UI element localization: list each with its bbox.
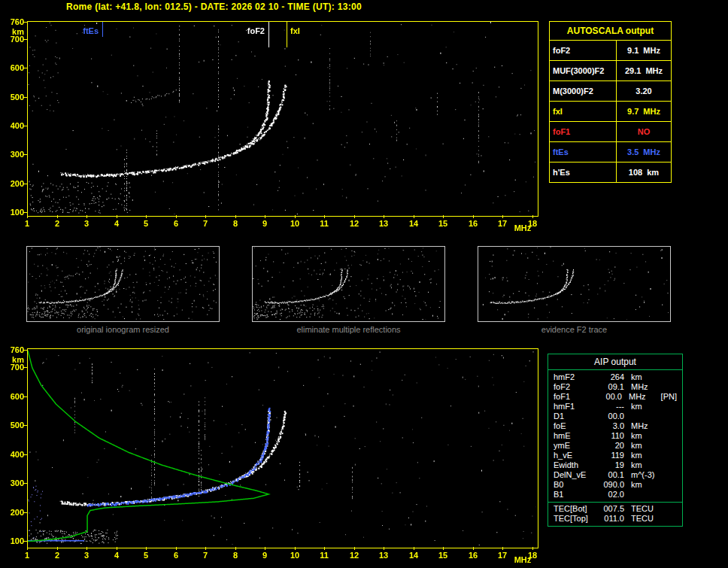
aip-row-unit: km [624, 451, 664, 460]
aip-row-value: 00.0 [597, 412, 624, 421]
x-axis-tick [265, 215, 265, 218]
y-tick-label: 600 [3, 63, 24, 72]
aip-row: D100.0 [548, 412, 682, 421]
aip-row-unit: km [624, 402, 664, 412]
x-tick-label: 3 [78, 219, 95, 228]
y-tick-label: 400 [3, 450, 24, 459]
aip-row-unit: km [624, 431, 664, 441]
autoscala-value-unit: MHz [643, 142, 660, 162]
x-axis-tick [117, 215, 117, 218]
x-tick-label: 8 [227, 551, 244, 560]
autoscala-row-value: NO [617, 122, 671, 141]
x-tick-label: 3 [78, 551, 95, 560]
thumbnail-caption: eliminate multiple reflections [253, 325, 444, 334]
x-tick-label: 16 [465, 219, 481, 228]
x-tick-label: 1 [19, 551, 35, 560]
x-tick-label: 6 [168, 551, 184, 560]
autoscala-row-label: foF2 [550, 41, 617, 60]
y-tick-label: 760 [3, 345, 24, 354]
y-tick-label: 200 [3, 508, 24, 517]
autoscala-row: MUF(3000)F229.1MHz [550, 61, 671, 81]
x-axis-tick [117, 547, 117, 550]
x-axis-tick [295, 547, 296, 550]
x-tick-label: 5 [138, 219, 154, 228]
autoscala-value-number: 29.1 [625, 61, 641, 80]
autoscala-value-unit: MHz [645, 61, 663, 80]
aip-row-label: TEC[Bot] [554, 504, 597, 514]
y-tick-label: 700 [3, 363, 24, 372]
x-tick-label: 13 [375, 219, 392, 228]
autoscala-table: AUTOSCALA output foF29.1MHzMUF(3000)F229… [549, 21, 672, 183]
x-tick-label: 14 [405, 219, 422, 228]
aip-row-unit: TECU [624, 514, 664, 524]
x-axis-tick [57, 547, 58, 550]
x-axis-tick [384, 215, 384, 218]
aip-row-unit: MHz [624, 421, 664, 431]
aip-row: Ewidth19km [548, 460, 682, 470]
autoscala-row-label: foF1 [550, 122, 617, 141]
autoscala-row-value: 9.7MHz [617, 102, 671, 121]
aip-row-value: 119 [597, 451, 624, 460]
aip-divider [548, 502, 682, 503]
aip-row-unit: km [624, 372, 664, 382]
x-tick-label: 8 [227, 219, 244, 228]
x-tick-label: 6 [168, 219, 184, 228]
autoscala-table-rows: foF29.1MHzMUF(3000)F229.1MHzM(3000)F23.2… [550, 41, 671, 182]
x-tick-label: 9 [256, 551, 273, 560]
aip-row-note [664, 441, 677, 451]
aip-row: foF100.0MHz[PN] [548, 392, 682, 402]
x-axis-tick [86, 215, 87, 218]
aip-row-note [664, 372, 677, 382]
aip-row-unit: MHz [622, 392, 661, 402]
aip-row-note [664, 490, 677, 500]
thumbnail-original-ionogram: original ionogram resized [26, 246, 220, 322]
x-axis-tick [57, 215, 58, 218]
x-axis-tick [295, 215, 296, 218]
aip-row-value: --- [597, 402, 624, 412]
x-axis-tick [473, 547, 474, 550]
x-axis-tick [354, 547, 355, 550]
autoscala-value-number: NO [638, 122, 651, 141]
marker-label-fxi: fxI [290, 26, 300, 35]
y-tick-label: 200 [3, 179, 24, 188]
autoscala-window: Rome (lat: +41.8, lon: 012.5) - DATE: 20… [0, 0, 728, 568]
aip-row: TEC[Bot]007.5TECU [548, 504, 682, 514]
profile-ionogram-canvas [28, 349, 536, 546]
x-axis-tick [502, 547, 503, 550]
autoscala-row: ftEs3.5MHz [550, 142, 671, 163]
y-tick-label: 300 [3, 150, 24, 159]
y-tick-label: 500 [3, 421, 24, 430]
x-axis-tick [235, 547, 236, 550]
autoscala-row-value: 108km [617, 163, 671, 182]
autoscala-row-label: ftEs [550, 142, 617, 162]
aip-row-value: 00.1 [597, 470, 624, 480]
x-tick-label: 13 [375, 551, 392, 560]
x-axis-tick [324, 547, 325, 550]
x-axis-unit-label: MHz [511, 223, 534, 232]
x-tick-label: 10 [287, 219, 303, 228]
x-axis-unit-label: MHz [511, 555, 534, 564]
thumbnail-evidence-f2: evidence F2 trace [478, 246, 671, 322]
x-axis-tick [354, 215, 355, 218]
aip-row-note [664, 402, 677, 412]
y-tick-label: 400 [3, 121, 24, 130]
aip-row-label: ymE [554, 441, 597, 451]
x-axis-tick [205, 547, 206, 550]
autoscala-value-unit: MHz [643, 41, 660, 60]
aip-row-label: hmE [554, 431, 597, 441]
autoscala-value-number: 9.1 [627, 41, 639, 60]
aip-row: ymE20km [548, 441, 682, 451]
x-axis-tick [205, 215, 206, 218]
x-tick-label: 1 [19, 219, 35, 228]
aip-row-unit: MHz [624, 382, 664, 392]
x-axis-tick [27, 215, 28, 218]
aip-row-unit: TECU [624, 504, 664, 514]
x-tick-label: 7 [197, 219, 214, 228]
x-axis-tick [443, 547, 444, 550]
aip-row-label: hmF1 [554, 402, 597, 412]
aip-row-unit [624, 412, 664, 421]
x-tick-label: 17 [494, 219, 511, 228]
y-tick-label: 700 [3, 35, 24, 44]
aip-row-note [664, 421, 677, 431]
x-axis-tick [235, 215, 236, 218]
